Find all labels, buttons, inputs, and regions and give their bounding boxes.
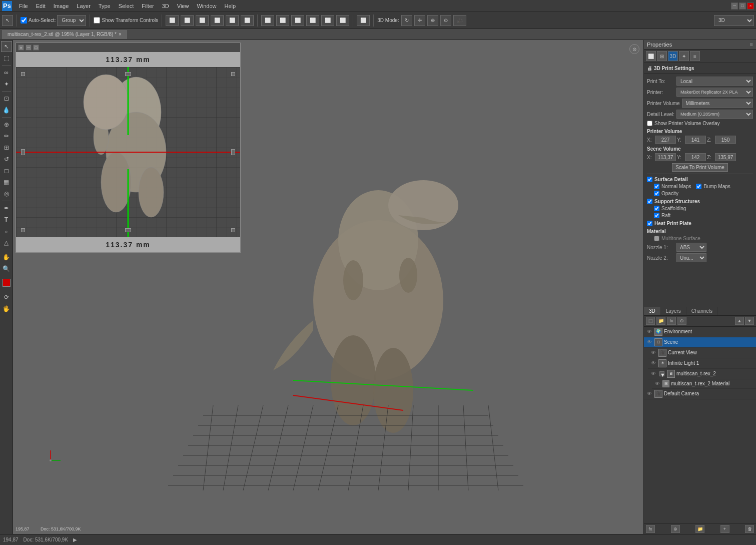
align-bottom-btn[interactable]: ⬜ — [241, 15, 254, 26]
layer-eye-scene[interactable]: 👁 — [646, 339, 653, 346]
dist3-btn[interactable]: ⬜ — [291, 15, 304, 26]
status-arrow[interactable]: ▶ — [73, 537, 77, 542]
navigator-icon[interactable]: ⊙ — [629, 44, 639, 54]
dist2-btn[interactable]: ⬜ — [276, 15, 289, 26]
tool-magic-wand[interactable]: ✦ — [1, 79, 12, 90]
menu-filter[interactable]: Filter — [138, 2, 158, 10]
nozzle2-select[interactable]: Unu... — [676, 253, 706, 262]
document-tab[interactable]: multiscan_t-rex_2.stl @ 195% (Layer 1, R… — [2, 30, 127, 39]
pv-z-input[interactable] — [715, 136, 736, 144]
tab-close-icon[interactable]: × — [119, 32, 122, 37]
tool-zoom[interactable]: 🔍 — [1, 263, 12, 274]
layer-eye-mat[interactable]: 👁 — [654, 380, 661, 387]
tool-select[interactable]: ⬚ — [1, 53, 12, 64]
3d-pan-btn[interactable]: ✛ — [414, 15, 425, 26]
print-to-select[interactable]: Local — [676, 77, 753, 86]
layer-trex[interactable]: 👁 ▼ 🖥 multiscan_t-rex_2 — [648, 369, 756, 379]
panel-close-btn[interactable]: × — [18, 45, 24, 51]
align-left-btn[interactable]: ⬜ — [166, 15, 179, 26]
tool-brush[interactable]: ✏ — [1, 131, 12, 142]
dist6-btn[interactable]: ⬜ — [336, 15, 349, 26]
align-right-btn[interactable]: ⬜ — [196, 15, 209, 26]
tool-rotate[interactable]: ⟳ — [1, 292, 12, 303]
bump-maps-cb[interactable] — [696, 184, 701, 189]
layers-mask-btn[interactable]: ⊙ — [677, 317, 686, 325]
prop-icon-5[interactable]: ≡ — [690, 51, 700, 61]
layers-new-layer-btn[interactable]: + — [720, 525, 729, 533]
handle-br[interactable] — [231, 228, 235, 232]
prop-icon-3d[interactable]: 3D — [668, 51, 678, 61]
3d-orbit-btn[interactable]: ⊕ — [427, 15, 438, 26]
layers-new-adj-btn[interactable]: ⊕ — [671, 525, 680, 533]
scale-to-print-btn[interactable]: Scale To Print Volume — [672, 163, 728, 172]
handle-right[interactable] — [231, 149, 235, 155]
tool-spot-heal[interactable]: ⊕ — [1, 119, 12, 130]
prop-icon-2[interactable]: ⊞ — [657, 51, 667, 61]
menu-layer[interactable]: Layer — [73, 2, 95, 10]
tool-lasso[interactable]: ∞ — [1, 67, 12, 78]
tool-history-brush[interactable]: ↺ — [1, 154, 12, 165]
3d-rotate-btn[interactable]: ↻ — [401, 15, 412, 26]
layers-add-btn[interactable]: ⬚ — [646, 317, 655, 325]
heat-print-plate-cb[interactable] — [647, 221, 652, 226]
tool-crop[interactable]: ⊡ — [1, 93, 12, 104]
handle-tl[interactable] — [21, 72, 25, 76]
layer-default-camera[interactable]: 👁 🎥 Default Camera — [644, 389, 756, 399]
menu-window[interactable]: Window — [193, 2, 220, 10]
maximize-button[interactable]: □ — [739, 3, 746, 10]
handle-bl[interactable] — [21, 228, 25, 232]
sv-z-input[interactable] — [715, 153, 736, 161]
menu-3d[interactable]: 3D — [158, 2, 173, 10]
menu-view[interactable]: View — [173, 2, 193, 10]
tool-pen[interactable]: ✒ — [1, 203, 12, 214]
layer-scene[interactable]: 👁 ⊡ Scene — [644, 337, 756, 348]
handle-left[interactable] — [21, 149, 25, 155]
layers-delete-btn[interactable]: 🗑 — [745, 525, 754, 533]
layers-folder-btn[interactable]: 📁 — [656, 317, 665, 325]
menu-image[interactable]: Image — [50, 2, 73, 10]
extra-btn[interactable]: ⬜ — [357, 15, 370, 26]
tool-foreground-color[interactable] — [3, 279, 11, 287]
layer-eye-dc[interactable]: 👁 — [646, 390, 653, 397]
grid-viewport[interactable] — [16, 67, 240, 237]
surface-detail-cb[interactable] — [647, 177, 652, 182]
sv-y-input[interactable] — [685, 153, 706, 161]
layer-eye-il[interactable]: 👁 — [650, 360, 657, 367]
support-structures-cb[interactable] — [647, 199, 652, 204]
menu-file[interactable]: File — [15, 2, 32, 10]
handle-bottom[interactable] — [125, 228, 131, 232]
tool-eraser[interactable]: ◻ — [1, 165, 12, 176]
layers-new-group-btn[interactable]: 📁 — [695, 525, 704, 533]
auto-select-dropdown[interactable]: Group — [57, 15, 86, 26]
printer-volume-select[interactable]: Millimeters — [682, 99, 753, 108]
printer-select[interactable]: MakerBot Replicator 2X PLA — [676, 88, 753, 97]
tab-channels[interactable]: Channels — [686, 307, 718, 315]
prop-icon-4[interactable]: ✦ — [679, 51, 689, 61]
tool-text[interactable]: T — [1, 214, 12, 225]
menu-select[interactable]: Select — [115, 2, 138, 10]
dist5-btn[interactable]: ⬜ — [321, 15, 334, 26]
menu-type[interactable]: Type — [95, 2, 115, 10]
show-transform-checkbox[interactable] — [94, 17, 100, 24]
properties-close-btn[interactable]: ≡ — [750, 42, 753, 48]
handle-top[interactable] — [125, 72, 131, 76]
menu-help[interactable]: Help — [221, 2, 240, 10]
raft-cb[interactable] — [654, 213, 659, 218]
tool-gradient[interactable]: ▦ — [1, 177, 12, 188]
align-middle-btn[interactable]: ⬜ — [226, 15, 239, 26]
scaffolding-cb[interactable] — [654, 206, 659, 211]
tool-shape[interactable]: △ — [1, 237, 12, 248]
layers-fx-btn[interactable]: fx — [667, 317, 676, 325]
prop-icon-1[interactable]: ⬜ — [646, 51, 656, 61]
tool-hand2[interactable]: 🖐 — [1, 303, 12, 314]
3d-zoom-btn[interactable]: 🎥 — [453, 15, 466, 26]
layers-expand-btn[interactable]: ▼ — [745, 317, 754, 325]
layer-expand-trex[interactable]: ▼ — [659, 371, 664, 376]
layer-trex-material[interactable]: 👁 ⊞ multiscan_t-rex_2 Material — [652, 379, 756, 389]
tool-dodge[interactable]: ◎ — [1, 188, 12, 199]
tool-clone[interactable]: ⊞ — [1, 142, 12, 153]
pv-y-input[interactable] — [685, 136, 706, 144]
panel-min-btn[interactable]: ─ — [26, 45, 32, 51]
detail-level-select[interactable]: Medium (0.285mm) — [676, 110, 753, 119]
align-top-btn[interactable]: ⬜ — [211, 15, 224, 26]
